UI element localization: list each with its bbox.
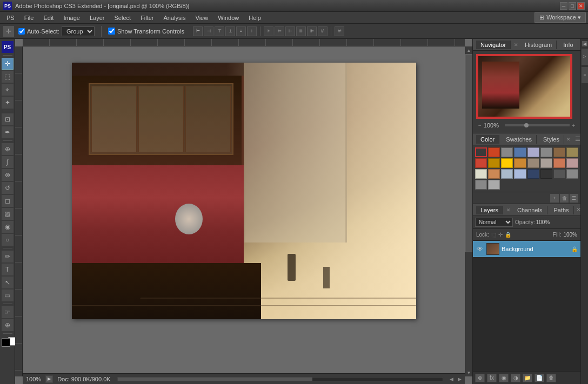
- nav-arrow-left[interactable]: ◀: [450, 376, 453, 382]
- tool-crop[interactable]: ⊡: [2, 113, 14, 125]
- align-right-icon[interactable]: ⊤: [215, 26, 224, 36]
- menu-filter[interactable]: Filter: [136, 14, 158, 22]
- create-new-swatch-btn[interactable]: +: [550, 194, 559, 203]
- delete-swatch-btn[interactable]: 🗑: [560, 194, 569, 203]
- tool-healing[interactable]: ⊕: [2, 143, 14, 155]
- distribute-left-icon[interactable]: ⊧: [264, 26, 273, 36]
- scroll-up-btn[interactable]: ▲: [465, 46, 472, 54]
- swatch-16[interactable]: [475, 169, 487, 179]
- tool-path-select[interactable]: ↖: [2, 277, 14, 288]
- tab-info[interactable]: Info: [559, 41, 578, 49]
- tool-clone[interactable]: ⊗: [2, 169, 14, 181]
- maximize-button[interactable]: □: [569, 2, 576, 10]
- align-center-h-icon[interactable]: ⊣: [204, 26, 213, 36]
- tool-zoom[interactable]: ⊕: [2, 319, 14, 331]
- swatch-21[interactable]: [540, 169, 552, 179]
- tool-pen[interactable]: ✏: [2, 251, 14, 262]
- swatch-15[interactable]: [566, 158, 578, 168]
- minimize-button[interactable]: ─: [560, 2, 567, 10]
- zoom-out-icon[interactable]: −: [478, 123, 482, 129]
- tool-marquee[interactable]: ⬚: [2, 71, 14, 83]
- swatch-20[interactable]: [527, 169, 539, 179]
- tool-eraser[interactable]: ◻: [2, 195, 14, 207]
- menu-layer[interactable]: Layer: [85, 14, 109, 22]
- menu-ps[interactable]: PS: [2, 14, 19, 22]
- tab-channels[interactable]: Channels: [513, 206, 547, 214]
- swatch-22[interactable]: [553, 169, 565, 179]
- align-bottom-icon[interactable]: ⊦: [247, 26, 257, 36]
- auto-align-icon[interactable]: ⊭: [335, 26, 344, 36]
- color-panel-menu-icon[interactable]: ☰: [575, 136, 580, 143]
- tab-layers[interactable]: Layers: [476, 206, 503, 214]
- layer-fx-btn[interactable]: fx: [487, 374, 497, 382]
- scrollbar-vertical[interactable]: ▲ ▼: [465, 46, 472, 376]
- menu-help[interactable]: Help: [244, 14, 265, 22]
- distribute-bottom-icon[interactable]: ⊬: [318, 26, 328, 36]
- swatch-11[interactable]: [514, 158, 526, 168]
- swatch-5[interactable]: [540, 147, 552, 157]
- layer-background[interactable]: 👁 Background 🔒: [473, 241, 580, 257]
- tool-text[interactable]: T: [2, 264, 14, 275]
- menu-edit[interactable]: Edit: [39, 14, 58, 22]
- swatch-18[interactable]: [501, 169, 513, 179]
- lock-all-icon[interactable]: 🔒: [505, 232, 511, 238]
- scroll-down-btn[interactable]: ▼: [465, 369, 472, 376]
- tool-shape[interactable]: ▭: [2, 289, 14, 301]
- distribute-right-icon[interactable]: ⊩: [285, 26, 295, 36]
- collapse-toggle[interactable]: ◀: [582, 41, 587, 46]
- layer-link-btn[interactable]: ⊗: [475, 374, 485, 382]
- tab-swatches[interactable]: Swatches: [502, 135, 537, 144]
- tab-color[interactable]: Color: [476, 135, 499, 144]
- menu-file[interactable]: File: [20, 14, 38, 22]
- tool-gradient[interactable]: ▨: [2, 208, 14, 220]
- menu-image[interactable]: Image: [59, 14, 84, 22]
- swatch-8[interactable]: [475, 158, 487, 168]
- layer-mask-btn[interactable]: ◉: [499, 374, 509, 382]
- align-top-icon[interactable]: ⊥: [225, 26, 235, 36]
- swatch-13[interactable]: [540, 158, 552, 168]
- menu-window[interactable]: Window: [213, 14, 243, 22]
- tool-dodge[interactable]: ○: [2, 234, 14, 246]
- swatch-7[interactable]: [566, 147, 578, 157]
- workspace-button[interactable]: ⊞ Workspace ▾: [534, 12, 586, 23]
- swatch-24[interactable]: [475, 180, 487, 190]
- layer-group-btn[interactable]: 📁: [523, 374, 532, 382]
- lock-move-icon[interactable]: ✛: [498, 232, 503, 238]
- status-menu-btn[interactable]: ▶: [45, 375, 53, 383]
- mini-btn-1[interactable]: A: [582, 49, 588, 65]
- zoom-slider[interactable]: [505, 124, 570, 126]
- tool-lasso[interactable]: ⌖: [2, 84, 14, 96]
- show-transform-checkbox[interactable]: [108, 28, 115, 35]
- swatch-3[interactable]: [514, 147, 526, 157]
- lock-pixels-icon[interactable]: ⬚: [491, 232, 496, 238]
- menu-analysis[interactable]: Analysis: [159, 14, 190, 22]
- fg-color-swatch[interactable]: [2, 338, 10, 347]
- swatch-options-btn[interactable]: ☰: [570, 194, 578, 203]
- scroll-bar-h[interactable]: [117, 377, 443, 381]
- swatch-6[interactable]: [553, 147, 565, 157]
- tab-histogram[interactable]: Histogram: [520, 41, 557, 49]
- swatch-10[interactable]: [501, 158, 513, 168]
- layer-visibility-icon[interactable]: 👁: [476, 245, 484, 253]
- swatch-4[interactable]: [527, 147, 539, 157]
- blend-mode-select[interactable]: Normal Multiply Screen: [475, 218, 513, 227]
- tab-navigator[interactable]: Navigator: [476, 41, 511, 49]
- auto-select-dropdown[interactable]: Group Layer: [62, 26, 95, 36]
- tab-styles[interactable]: Styles: [539, 135, 564, 144]
- swatch-23[interactable]: [566, 169, 578, 179]
- navigator-close-icon[interactable]: ✕: [514, 42, 518, 48]
- styles-close-icon[interactable]: ✕: [566, 137, 571, 142]
- align-center-v-icon[interactable]: ≡: [236, 26, 246, 36]
- layers-close-icon[interactable]: ✕: [506, 207, 511, 213]
- tool-eyedropper[interactable]: ✒: [2, 126, 14, 138]
- swatch-2[interactable]: [501, 147, 513, 157]
- tool-move[interactable]: ✛: [2, 58, 14, 70]
- close-button[interactable]: ✕: [577, 2, 585, 10]
- menu-select[interactable]: Select: [110, 14, 136, 22]
- swatch-14[interactable]: [553, 158, 565, 168]
- tab-paths[interactable]: Paths: [550, 206, 574, 214]
- mini-btn-2[interactable]: ≡: [582, 67, 588, 83]
- tool-hand[interactable]: ☞: [2, 306, 14, 318]
- nav-arrow-right[interactable]: ▶: [458, 376, 462, 382]
- layer-new-btn[interactable]: 📄: [534, 374, 544, 382]
